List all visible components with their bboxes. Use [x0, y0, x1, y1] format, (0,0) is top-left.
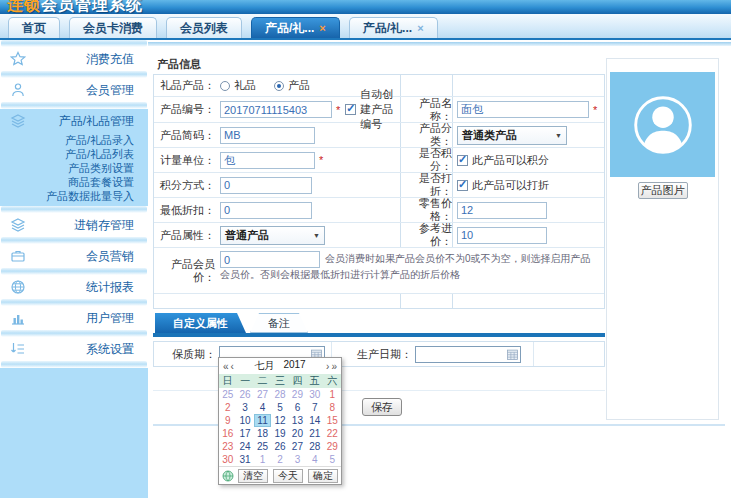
production-date-input[interactable] — [415, 346, 521, 363]
calendar-day-cell[interactable]: 16 — [219, 427, 236, 440]
calendar-ok-button[interactable]: 确定 — [308, 469, 338, 483]
calendar-day-cell[interactable]: 17 — [236, 427, 253, 440]
ref-price-input[interactable] — [457, 227, 547, 244]
calendar-year[interactable]: 2017 — [283, 359, 305, 373]
tab-close-icon[interactable]: × — [417, 22, 423, 34]
save-button[interactable]: 保存 — [362, 398, 402, 416]
calendar-day-cell[interactable]: 27 — [289, 440, 306, 453]
next-year-button[interactable]: » — [330, 361, 338, 372]
chevron-down-icon: ▼ — [547, 132, 562, 139]
auto-create-checkbox[interactable] — [345, 104, 356, 115]
calendar-day-cell[interactable]: 29 — [289, 388, 306, 401]
calendar-day-cell[interactable]: 5 — [271, 401, 288, 414]
calendar-day-cell[interactable]: 29 — [324, 440, 341, 453]
gift-radio-label[interactable]: 礼品 — [234, 78, 256, 93]
calendar-day-cell[interactable]: 10 — [236, 414, 253, 427]
calendar-day-cell[interactable]: 25 — [254, 440, 271, 453]
tab-3[interactable]: 会员列表 — [166, 17, 242, 38]
sidebar-subitem[interactable]: 商品套餐设置 — [0, 175, 148, 189]
app-title-accent: 连锁 — [7, 0, 41, 13]
calendar-day-cell[interactable]: 26 — [236, 388, 253, 401]
points-flag-checkbox[interactable] — [457, 155, 468, 166]
sidebar-item[interactable]: 会员管理 — [0, 78, 148, 102]
calendar-day-cell[interactable]: 11 — [254, 414, 271, 427]
calendar-day-cell[interactable]: 12 — [271, 414, 288, 427]
calendar-day-cell[interactable]: 2 — [271, 453, 288, 466]
gift-radio[interactable] — [220, 81, 230, 91]
sidebar-item[interactable]: 进销存管理 — [0, 213, 148, 237]
sidebar-item[interactable]: 统计报表 — [0, 275, 148, 299]
calendar-month[interactable]: 七月 — [254, 359, 274, 373]
category-select[interactable]: 普通类产品 ▼ — [457, 126, 567, 145]
calendar-day-cell[interactable]: 18 — [254, 427, 271, 440]
sidebar-item[interactable]: 用户管理 — [0, 306, 148, 330]
discount-flag-checkbox[interactable] — [457, 180, 468, 191]
calendar-day-cell[interactable]: 1 — [324, 388, 341, 401]
calendar-day-cell[interactable]: 7 — [306, 401, 323, 414]
sidebar-subitem[interactable]: 产品数据批量导入 — [0, 189, 148, 206]
tab-4[interactable]: 产品/礼...× — [251, 17, 340, 38]
product-radio-label[interactable]: 产品 — [288, 78, 310, 93]
calendar-day-cell[interactable]: 15 — [324, 414, 341, 427]
calendar-day-cell[interactable]: 2 — [219, 401, 236, 414]
sidebar-divider — [1, 237, 147, 244]
sidebar-item[interactable]: 系统设置 — [0, 337, 148, 361]
product-image-placeholder[interactable] — [610, 72, 715, 177]
calendar-day-cell[interactable]: 26 — [271, 440, 288, 453]
calendar-day-cell[interactable]: 28 — [306, 440, 323, 453]
calendar-day-cell[interactable]: 23 — [219, 440, 236, 453]
calendar-day-cell[interactable]: 3 — [289, 453, 306, 466]
calendar-clear-button[interactable]: 清空 — [238, 469, 268, 483]
calendar-day-cell[interactable]: 22 — [324, 427, 341, 440]
sidebar-subitem[interactable]: 产品/礼品列表 — [0, 147, 148, 161]
calendar-day-cell[interactable]: 5 — [324, 453, 341, 466]
product-image-button[interactable]: 产品图片 — [638, 182, 688, 199]
calendar-day-cell[interactable]: 9 — [219, 414, 236, 427]
calendar-day-cell[interactable]: 31 — [236, 453, 253, 466]
tab-remarks[interactable]: 备注 — [250, 313, 308, 333]
sidebar-subitem[interactable]: 产品/礼品录入 — [0, 133, 148, 147]
min-discount-input[interactable] — [220, 202, 312, 219]
member-price-input[interactable] — [220, 251, 320, 268]
sidebar-item[interactable]: 产品/礼品管理 — [0, 109, 148, 133]
short-code-input[interactable] — [220, 127, 315, 144]
calendar-day-cell[interactable]: 25 — [219, 388, 236, 401]
calendar-today-button[interactable]: 今天 — [273, 469, 303, 483]
calendar-day-cell[interactable]: 28 — [271, 388, 288, 401]
calendar-day-cell[interactable]: 8 — [324, 401, 341, 414]
product-name-input[interactable] — [457, 101, 589, 118]
calendar-day-cell[interactable]: 20 — [289, 427, 306, 440]
calendar-day-cell[interactable]: 3 — [236, 401, 253, 414]
unit-input[interactable] — [220, 152, 315, 169]
calendar-day-cell[interactable]: 27 — [254, 388, 271, 401]
tab-custom-properties[interactable]: 自定义属性 — [155, 313, 246, 333]
retail-price-input[interactable] — [457, 202, 547, 219]
points-method-input[interactable] — [220, 177, 312, 194]
tab-5[interactable]: 产品/礼...× — [349, 17, 438, 38]
calendar-day-cell[interactable]: 4 — [254, 401, 271, 414]
attribute-select[interactable]: 普通产品 ▼ — [220, 226, 325, 245]
sidebar-subitem[interactable]: 产品类别设置 — [0, 161, 148, 175]
tab-1[interactable]: 首页 — [8, 17, 60, 38]
tab-2[interactable]: 会员卡消费 — [69, 17, 157, 38]
calendar-day-cell[interactable]: 6 — [289, 401, 306, 414]
calendar-day-cell[interactable]: 30 — [306, 388, 323, 401]
calendar-day-cell[interactable]: 19 — [271, 427, 288, 440]
calendar-day-cell[interactable]: 1 — [254, 453, 271, 466]
product-radio[interactable] — [274, 81, 284, 91]
calendar-day-cell[interactable]: 30 — [219, 453, 236, 466]
calendar-footer: 清空 今天 确定 — [219, 466, 341, 484]
tab-close-icon[interactable]: × — [319, 22, 325, 34]
calendar-day-cell[interactable]: 14 — [306, 414, 323, 427]
calendar-icon[interactable] — [507, 349, 518, 360]
sidebar-item[interactable]: 会员营销 — [0, 244, 148, 268]
calendar-day-cell[interactable]: 24 — [236, 440, 253, 453]
calendar-day-cell[interactable]: 13 — [289, 414, 306, 427]
calendar-day-cell[interactable]: 21 — [306, 427, 323, 440]
points-flag-text[interactable]: 此产品可以积分 — [472, 153, 549, 168]
product-no-input[interactable] — [220, 101, 332, 118]
discount-flag-text[interactable]: 此产品可以打折 — [472, 178, 549, 193]
prev-year-button[interactable]: « — [222, 361, 230, 372]
calendar-day-cell[interactable]: 4 — [306, 453, 323, 466]
sidebar-item[interactable]: 消费充值 — [0, 47, 148, 71]
